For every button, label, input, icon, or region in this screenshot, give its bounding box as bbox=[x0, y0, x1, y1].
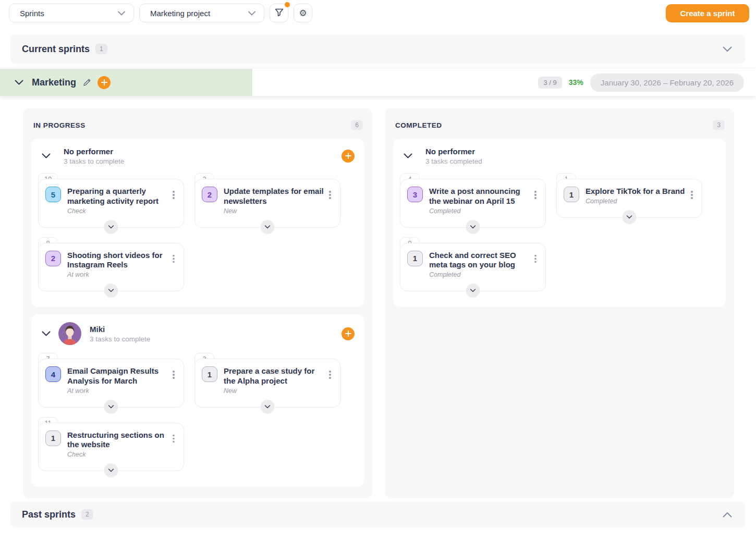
column-count-badge: 3 bbox=[713, 120, 725, 130]
task-title: Restructuring sections on the website bbox=[67, 431, 169, 450]
kebab-menu-icon[interactable] bbox=[169, 366, 178, 379]
task-body[interactable]: 5 Preparing a quarterly marketing activi… bbox=[38, 179, 184, 228]
column-count-badge: 6 bbox=[351, 120, 363, 130]
kebab-menu-icon[interactable] bbox=[687, 187, 697, 199]
task-body[interactable]: 2 Shooting short videos for Instagram Re… bbox=[38, 243, 184, 292]
chevron-up-icon[interactable] bbox=[723, 512, 732, 518]
group-name-block: No performer 3 tasks completed bbox=[425, 147, 482, 165]
kebab-menu-icon[interactable] bbox=[325, 187, 335, 199]
priority-badge: 4 bbox=[45, 366, 61, 382]
expand-task-button[interactable] bbox=[466, 284, 480, 298]
kebab-menu-icon[interactable] bbox=[531, 251, 540, 263]
group-name-block: No performer 3 tasks to complete bbox=[64, 147, 124, 165]
chevron-down-icon[interactable] bbox=[723, 46, 732, 52]
task-body[interactable]: 1 Restructuring sections on the website … bbox=[38, 423, 184, 472]
collapse-group-chevron-icon[interactable] bbox=[36, 324, 55, 343]
sprints-page: Sprints Marketing project ⚙ Create a spr… bbox=[0, 0, 756, 541]
task-card: 10 5 Preparing a quarterly marketing act… bbox=[38, 173, 184, 228]
kebab-menu-icon[interactable] bbox=[169, 187, 178, 199]
task-body[interactable]: 1 Check and correct SEO meta tags on you… bbox=[400, 243, 546, 292]
collapse-group-chevron-icon[interactable] bbox=[36, 146, 55, 165]
task-card: 2 2 Update templates for email newslette… bbox=[194, 173, 340, 228]
edit-sprint-pencil-icon[interactable] bbox=[82, 78, 91, 87]
task-body[interactable]: 1 Prepare a case study for the Alpha pro… bbox=[194, 359, 340, 408]
column-title: IN PROGRESS bbox=[33, 121, 86, 129]
section-title: Past sprints bbox=[22, 509, 76, 520]
priority-badge: 1 bbox=[407, 251, 423, 266]
priority-badge: 1 bbox=[564, 187, 579, 202]
past-sprints-section-header[interactable]: Past sprints 2 bbox=[10, 501, 746, 527]
column-completed: COMPLETED 3 No performer 3 tasks complet… bbox=[385, 108, 734, 498]
task-card: 1 1 Explore TikTok for a Brand Completed bbox=[556, 173, 702, 218]
settings-button[interactable]: ⚙ bbox=[294, 4, 312, 22]
kebab-menu-icon[interactable] bbox=[169, 431, 178, 443]
group-name: No performer bbox=[425, 147, 482, 156]
project-select[interactable]: Marketing project bbox=[139, 4, 264, 22]
column-header: COMPLETED 3 bbox=[393, 116, 726, 131]
task-card: 11 1 Restructuring sections on the websi… bbox=[38, 417, 184, 472]
section-title: Current sprints bbox=[22, 44, 90, 55]
task-title: Explore TikTok for a Brand bbox=[586, 187, 687, 196]
performer-group-no-performer: No performer 3 tasks to complete 10 5 Pr… bbox=[31, 139, 364, 307]
task-body[interactable]: 3 Write a post announcing the webinar on… bbox=[400, 179, 546, 228]
expand-task-button[interactable] bbox=[623, 210, 637, 224]
task-card: 3 1 Prepare a case study for the Alpha p… bbox=[194, 353, 340, 408]
priority-badge: 3 bbox=[407, 187, 423, 202]
sprint-header: Marketing 3 / 9 33% January 30, 2026 – F… bbox=[0, 69, 756, 96]
expand-task-button[interactable] bbox=[261, 220, 275, 234]
priority-badge: 2 bbox=[202, 187, 217, 202]
expand-task-button[interactable] bbox=[261, 400, 275, 414]
task-grid: 7 4 Email Campaign Results Analysis for … bbox=[31, 352, 364, 487]
expand-task-button[interactable] bbox=[466, 220, 480, 234]
task-title: Shooting short videos for Instagram Reel… bbox=[67, 251, 169, 270]
filter-button[interactable] bbox=[270, 4, 288, 22]
task-body[interactable]: 4 Email Campaign Results Analysis for Ma… bbox=[38, 359, 184, 408]
group-subtitle: 3 tasks completed bbox=[425, 157, 482, 165]
view-select-value: Sprints bbox=[20, 9, 44, 18]
kebab-menu-icon[interactable] bbox=[325, 366, 335, 379]
task-title: Update templates for email newsletters bbox=[224, 187, 325, 206]
column-in-progress: IN PROGRESS 6 No performer 3 tasks to co… bbox=[23, 108, 372, 498]
task-grid: 10 5 Preparing a quarterly marketing act… bbox=[31, 172, 364, 307]
tasks-fraction-badge: 3 / 9 bbox=[538, 77, 562, 89]
group-name: Miki bbox=[90, 325, 150, 334]
view-select[interactable]: Sprints bbox=[9, 4, 134, 22]
kebab-menu-icon[interactable] bbox=[169, 251, 178, 263]
expand-task-button[interactable] bbox=[104, 400, 118, 414]
task-body[interactable]: 1 Explore TikTok for a Brand Completed bbox=[556, 179, 702, 218]
add-task-button[interactable] bbox=[342, 150, 355, 163]
task-status: Completed bbox=[429, 207, 531, 215]
group-header: No performer 3 tasks completed bbox=[393, 139, 726, 172]
funnel-icon bbox=[275, 8, 284, 18]
collapse-sprint-chevron-icon[interactable] bbox=[15, 80, 23, 85]
column-title: COMPLETED bbox=[395, 121, 442, 129]
section-count-badge: 1 bbox=[95, 44, 107, 54]
task-status: Completed bbox=[429, 271, 531, 278]
priority-badge: 1 bbox=[202, 366, 217, 382]
expand-task-button[interactable] bbox=[104, 284, 118, 298]
expand-task-button[interactable] bbox=[104, 463, 118, 477]
add-task-button[interactable] bbox=[97, 76, 111, 89]
task-title: Check and correct SEO meta tags on your … bbox=[429, 251, 531, 270]
task-grid: 4 3 Write a post announcing the webinar … bbox=[393, 172, 726, 307]
group-header: Miki 3 tasks to complete bbox=[31, 314, 364, 352]
collapse-group-chevron-icon[interactable] bbox=[398, 146, 417, 165]
chevron-down-icon bbox=[118, 11, 125, 16]
task-title: Preparing a quarterly marketing activity… bbox=[67, 187, 169, 206]
expand-task-button[interactable] bbox=[104, 220, 118, 234]
kebab-menu-icon[interactable] bbox=[531, 187, 540, 199]
task-title: Email Campaign Results Analysis for Marc… bbox=[67, 366, 169, 386]
current-sprints-section-header[interactable]: Current sprints 1 bbox=[10, 34, 746, 64]
sprint-name: Marketing bbox=[32, 77, 76, 88]
performer-group-miki: Miki 3 tasks to complete 7 4 Email Campa… bbox=[31, 314, 364, 487]
group-header: No performer 3 tasks to complete bbox=[31, 139, 364, 172]
task-body[interactable]: 2 Update templates for email newsletters… bbox=[194, 179, 340, 228]
priority-badge: 1 bbox=[45, 431, 61, 446]
task-status: At work bbox=[67, 387, 169, 395]
group-name: No performer bbox=[64, 147, 124, 156]
create-sprint-button[interactable]: Create a sprint bbox=[666, 4, 749, 22]
add-task-button[interactable] bbox=[342, 327, 355, 340]
task-status: At work bbox=[67, 271, 169, 278]
project-select-value: Marketing project bbox=[150, 9, 210, 18]
group-subtitle: 3 tasks to complete bbox=[90, 335, 150, 343]
